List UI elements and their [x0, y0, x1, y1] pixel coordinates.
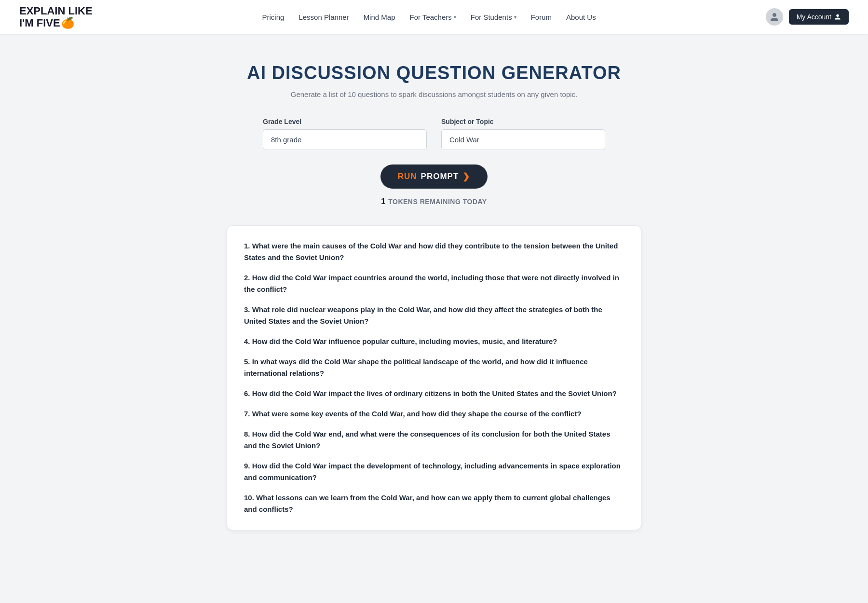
nav-item-about-us[interactable]: About Us — [560, 9, 602, 25]
question-item-4: 4. How did the Cold War influence popula… — [244, 336, 624, 347]
page-subtitle: Generate a list of 10 questions to spark… — [227, 90, 641, 98]
chevron-down-icon: ▾ — [514, 14, 516, 20]
nav-item-pricing[interactable]: Pricing — [257, 9, 290, 25]
page-title: AI DISCUSSION QUESTION GENERATOR — [227, 63, 641, 83]
main-nav: Pricing Lesson Planner Mind Map For Teac… — [257, 9, 602, 25]
nav-item-forum[interactable]: Forum — [525, 9, 557, 25]
form-row: Grade Level Subject or Topic — [227, 118, 641, 150]
arrow-icon: ❯ — [462, 171, 470, 182]
tokens-row: 1 TOKENS REMAINING TODAY — [227, 197, 641, 206]
main-content: AI DISCUSSION QUESTION GENERATOR Generat… — [217, 34, 651, 549]
question-item-6: 6. How did the Cold War impact the lives… — [244, 388, 624, 399]
subject-label: Subject or Topic — [441, 118, 605, 125]
run-prompt-button[interactable]: RUN PROMPT ❯ — [380, 164, 488, 189]
header: EXPLAIN LIKE I'M FIVE🍊 Pricing Lesson Pl… — [0, 0, 868, 34]
prompt-text: PROMPT — [421, 172, 459, 181]
grade-level-input[interactable] — [263, 129, 427, 150]
my-account-button[interactable]: My Account — [789, 9, 849, 25]
question-item-8: 8. How did the Cold War end, and what we… — [244, 428, 624, 452]
logo-text: EXPLAIN LIKE I'M FIVE🍊 — [19, 5, 93, 29]
nav-item-for-teachers[interactable]: For Teachers ▾ — [404, 9, 461, 25]
question-item-10: 10. What lessons can we learn from the C… — [244, 492, 624, 515]
header-right: My Account — [766, 8, 849, 26]
avatar — [766, 8, 783, 26]
question-item-9: 9. How did the Cold War impact the devel… — [244, 460, 624, 483]
question-item-1: 1. What were the main causes of the Cold… — [244, 240, 624, 263]
nav-item-lesson-planner[interactable]: Lesson Planner — [293, 9, 354, 25]
logo-icon: 🍊 — [61, 17, 74, 29]
subject-topic-group: Subject or Topic — [441, 118, 605, 150]
tokens-number: 1 — [381, 197, 385, 206]
question-item-7: 7. What were some key events of the Cold… — [244, 408, 624, 420]
tokens-label: TOKENS REMAINING TODAY — [388, 198, 487, 206]
grade-level-label: Grade Level — [263, 118, 427, 125]
question-item-3: 3. What role did nuclear weapons play in… — [244, 304, 624, 327]
run-button-container: RUN PROMPT ❯ — [227, 164, 641, 189]
grade-level-group: Grade Level — [263, 118, 427, 150]
chevron-down-icon: ▾ — [454, 14, 456, 20]
subject-input[interactable] — [441, 129, 605, 150]
nav-item-for-students[interactable]: For Students ▾ — [465, 9, 522, 25]
run-text: RUN — [398, 172, 417, 181]
question-item-2: 2. How did the Cold War impact countries… — [244, 272, 624, 295]
question-item-5: 5. In what ways did the Cold War shape t… — [244, 356, 624, 379]
nav-item-mind-map[interactable]: Mind Map — [358, 9, 401, 25]
results-card: 1. What were the main causes of the Cold… — [227, 225, 641, 530]
logo[interactable]: EXPLAIN LIKE I'M FIVE🍊 — [19, 5, 93, 29]
